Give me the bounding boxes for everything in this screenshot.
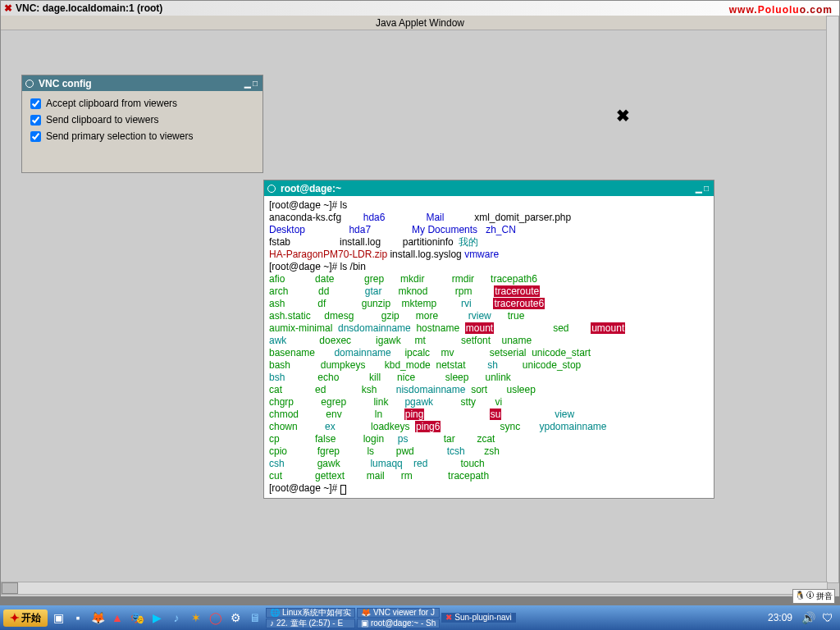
star-icon: ✦ [10, 611, 20, 624]
clock[interactable]: 23:09 [768, 612, 797, 623]
start-button[interactable]: ✦ 开始 [3, 609, 48, 627]
vnc-config-panel: VNC config ▁□ Accept clipboard from view… [21, 75, 263, 173]
checkbox-send-primary[interactable] [30, 131, 41, 142]
scrollbar-thumb[interactable] [2, 582, 18, 594]
checkbox-accept-clipboard[interactable] [30, 98, 41, 109]
horizontal-scrollbar[interactable] [1, 582, 828, 595]
music-icon[interactable]: ♪ [167, 609, 185, 627]
media-icon[interactable]: ▶ [148, 609, 166, 627]
task-item[interactable]: 🌐Linux系统中如何实 [266, 608, 355, 618]
vnc-config-title: VNC config [39, 78, 92, 89]
config-option: Send primary selection to viewers [30, 130, 254, 142]
window-buttons[interactable]: ▁□ [244, 79, 259, 88]
tray-icon-1[interactable]: 🔊 [799, 609, 817, 627]
task-item[interactable]: ♪22. 童年 (2:57) - E [266, 619, 355, 628]
task-group-1: 🌐Linux系统中如何实 ♪22. 童年 (2:57) - E [266, 608, 355, 628]
vnc-content-area: Java Applet Window ✖ VNC config ▁□ Accep… [1, 16, 839, 596]
terminal-title: root@dage:~ [281, 183, 341, 194]
checkbox-send-clipboard[interactable] [30, 115, 41, 126]
vnc-x-icon: ✖ [4, 2, 12, 14]
vnc-config-body: Accept clipboard from viewers Send clipb… [22, 91, 262, 153]
terminal-icon[interactable]: ▪ [69, 609, 87, 627]
start-label: 开始 [21, 611, 41, 625]
config-option: Send clipboard to viewers [30, 114, 254, 126]
vnc-viewer-window: ✖ VNC: dage.localdomain:1 (root) www.Pol… [0, 0, 840, 596]
window-buttons[interactable]: ▁□ [696, 184, 710, 193]
monitor-icon[interactable]: 🖥 [246, 609, 264, 627]
pdf-icon[interactable]: ▲ [108, 609, 126, 627]
vertical-scrollbar[interactable] [826, 16, 839, 583]
option-label: Send clipboard to viewers [46, 114, 158, 126]
task-item-active[interactable]: ✖Sun-plugin-navi [441, 613, 516, 623]
task-group-2: 🦊VNC viewer for J ▣root@dage:~ - Sh [357, 608, 440, 628]
close-icon[interactable]: ✖ [616, 106, 630, 126]
firefox-icon[interactable]: 🦊 [89, 609, 107, 627]
terminal-output[interactable]: [root@dage ~]# ls anaconda-ks.cfg hda6 M… [264, 196, 714, 498]
ime-indicator-top[interactable]: 🐧🛈拼音 [792, 589, 835, 604]
vnc-title-bar[interactable]: ✖ VNC: dage.localdomain:1 (root) [1, 1, 839, 16]
option-label: Accept clipboard from viewers [46, 98, 177, 109]
task-item[interactable]: ▣root@dage:~ - Sh [357, 619, 440, 628]
task-item[interactable]: 🦊VNC viewer for J [357, 608, 440, 618]
watermark: www.Poluoluo.com [729, 4, 833, 16]
taskbar: ✦ 开始 ▣ ▪ 🦊 ▲ 🎭 ▶ ♪ ✶ ◯ ⚙ 🖥 🌐Linux系统中如何实 … [0, 605, 840, 630]
terminal-window: root@dage:~ ▁□ [root@dage ~]# ls anacond… [263, 180, 714, 499]
opera-icon[interactable]: ◯ [207, 609, 225, 627]
tray-icon-2[interactable]: 🛡 [819, 609, 837, 627]
menu-icon[interactable] [25, 80, 34, 88]
menu-icon[interactable] [267, 185, 276, 193]
app-icon-1[interactable]: 🎭 [128, 609, 146, 627]
desktop-icon[interactable]: ▣ [49, 609, 67, 627]
option-label: Send primary selection to viewers [46, 130, 193, 142]
config-option: Accept clipboard from viewers [30, 98, 254, 109]
kde-icon[interactable]: ⚙ [226, 609, 244, 627]
app-icon-2[interactable]: ✶ [187, 609, 205, 627]
terminal-title-bar[interactable]: root@dage:~ ▁□ [264, 180, 714, 196]
penguin-icon: 🐧 [795, 591, 805, 602]
vnc-title-text: VNC: dage.localdomain:1 (root) [16, 2, 162, 14]
task-group-3: ✖Sun-plugin-navi [441, 613, 516, 623]
applet-bar: Java Applet Window [1, 16, 839, 30]
vnc-config-title-bar[interactable]: VNC config ▁□ [22, 75, 262, 91]
